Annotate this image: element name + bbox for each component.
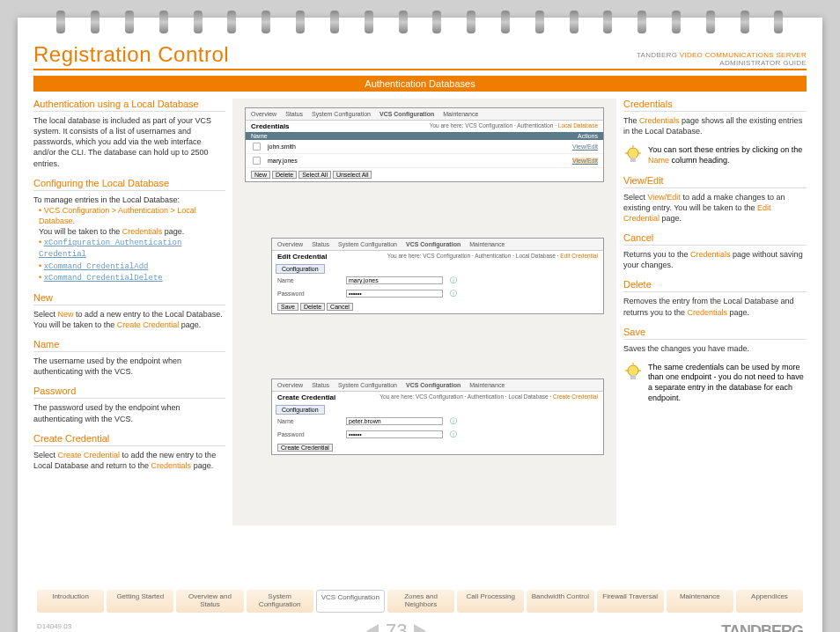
info-icon: ⓘ xyxy=(450,416,457,426)
viewedit-link[interactable]: View/Edit xyxy=(572,143,598,150)
left-heading-config: Configuring the Local Database xyxy=(33,178,225,191)
spiral-binding xyxy=(18,11,822,37)
right-heading-cancel: Cancel xyxy=(623,232,807,246)
left-body-config: To manage entries in the Local Database:… xyxy=(33,195,225,283)
right-body-viewedit: Select View/Edit to add a make changes t… xyxy=(623,192,807,224)
lightbulb-icon xyxy=(623,145,643,165)
info-icon: ⓘ xyxy=(450,430,457,439)
selectall-button[interactable]: Select All xyxy=(298,171,331,179)
right-heading-viewedit: View/Edit xyxy=(623,175,807,188)
screenshot-edit: OverviewStatusSystem ConfigurationVCS Co… xyxy=(271,238,604,314)
tab-vcs-config[interactable]: VCS Configuration xyxy=(316,590,385,613)
info-icon: ⓘ xyxy=(450,289,457,298)
right-heading-credentials: Credentials xyxy=(623,99,807,112)
left-body-name: The username used by the endpoint when a… xyxy=(33,356,225,377)
tab-overview-status[interactable]: Overview and Status xyxy=(176,590,243,613)
tab-bandwidth[interactable]: Bandwidth Control xyxy=(527,590,593,613)
tip-sort: You can sort these entries by clicking o… xyxy=(623,145,807,165)
screenshot-create: OverviewStatusSystem ConfigurationVCS Co… xyxy=(271,378,604,455)
right-body-credentials: The Credentials page shows all the exist… xyxy=(623,115,807,136)
brand-logo: TANDBERG xyxy=(721,622,803,633)
cmd-add[interactable]: xCommand CredentialAdd xyxy=(44,262,149,271)
svg-rect-1 xyxy=(630,158,636,162)
left-heading-create: Create Credential xyxy=(33,433,225,446)
tab-system-config[interactable]: System Configuration xyxy=(247,590,313,613)
info-icon: ⓘ xyxy=(450,276,457,285)
doc-info: D14049.03MAY 2008 xyxy=(37,622,71,632)
password-input[interactable] xyxy=(346,290,443,298)
tip-shared: The same credentials can be used by more… xyxy=(623,363,807,404)
cmd-delete[interactable]: xCommand CredentialDelete xyxy=(44,274,163,283)
screenshot-area: OverviewStatusSystem ConfigurationVCS Co… xyxy=(232,99,616,525)
page-number: 73 xyxy=(366,620,426,632)
delete-button[interactable]: Delete xyxy=(300,303,325,311)
link-credentials[interactable]: Credentials xyxy=(122,227,163,236)
tab-introduction[interactable]: Introduction xyxy=(37,590,104,613)
create-button[interactable]: Create Credential xyxy=(277,444,333,452)
lightbulb-icon xyxy=(623,363,643,382)
tab-appendices[interactable]: Appendices xyxy=(736,590,803,613)
password-input[interactable] xyxy=(346,430,443,438)
right-body-save: Saves the changes you have made. xyxy=(623,343,807,354)
delete-button[interactable]: Delete xyxy=(272,171,297,179)
nav-tabs: Introduction Getting Started Overview an… xyxy=(37,590,803,613)
left-heading-auth: Authentication using a Local Database xyxy=(33,99,225,112)
section-banner: Authentication Databases xyxy=(33,76,807,92)
row-checkbox[interactable] xyxy=(253,157,261,165)
cmd-xconfig[interactable]: xConfiguration Authentication Credential xyxy=(39,239,181,259)
right-heading-delete: Delete xyxy=(623,279,807,292)
tab-maintenance[interactable]: Maintenance xyxy=(667,590,733,613)
left-heading-new: New xyxy=(33,292,225,305)
left-heading-name: Name xyxy=(33,339,225,352)
left-body-new: Select New to add a new entry to the Loc… xyxy=(33,309,225,330)
left-body-password: The password used by the endpoint when a… xyxy=(33,402,225,423)
right-body-cancel: Returns you to the Credentials page with… xyxy=(623,249,807,270)
tab-call-processing[interactable]: Call Processing xyxy=(457,590,524,613)
left-body-create: Select Create Credential to add the new … xyxy=(33,450,225,471)
screenshot-credentials: OverviewStatusSystem ConfigurationVCS Co… xyxy=(245,107,604,182)
page-title: Registration Control xyxy=(33,42,229,67)
cancel-button[interactable]: Cancel xyxy=(327,303,353,311)
tab-firewall[interactable]: Firewall Traversal xyxy=(597,590,664,613)
svg-point-0 xyxy=(628,148,638,158)
svg-rect-6 xyxy=(630,375,636,379)
name-input[interactable] xyxy=(346,276,443,284)
left-body-auth: The local database is included as part o… xyxy=(33,115,225,169)
link-nav-path[interactable]: VCS Configuration > Authentication > Loc… xyxy=(39,206,196,225)
left-heading-password: Password xyxy=(33,386,225,399)
next-arrow-icon[interactable] xyxy=(414,624,426,632)
new-button[interactable]: New xyxy=(251,171,270,179)
row-checkbox[interactable] xyxy=(253,143,261,151)
tab-zones[interactable]: Zones and Neighbors xyxy=(387,590,454,613)
header-product: TANDBERG VIDEO COMMUNICATIONS SERVER ADM… xyxy=(623,51,807,67)
viewedit-link[interactable]: View/Edit xyxy=(572,158,598,164)
tab-getting-started[interactable]: Getting Started xyxy=(107,590,173,613)
name-input[interactable] xyxy=(346,417,443,425)
prev-arrow-icon[interactable] xyxy=(366,624,379,632)
right-body-delete: Removes the entry from the Local Databas… xyxy=(623,296,807,317)
right-heading-save: Save xyxy=(623,327,807,340)
unselectall-button[interactable]: Unselect All xyxy=(333,171,372,179)
svg-point-5 xyxy=(628,365,638,376)
save-button[interactable]: Save xyxy=(277,303,298,311)
